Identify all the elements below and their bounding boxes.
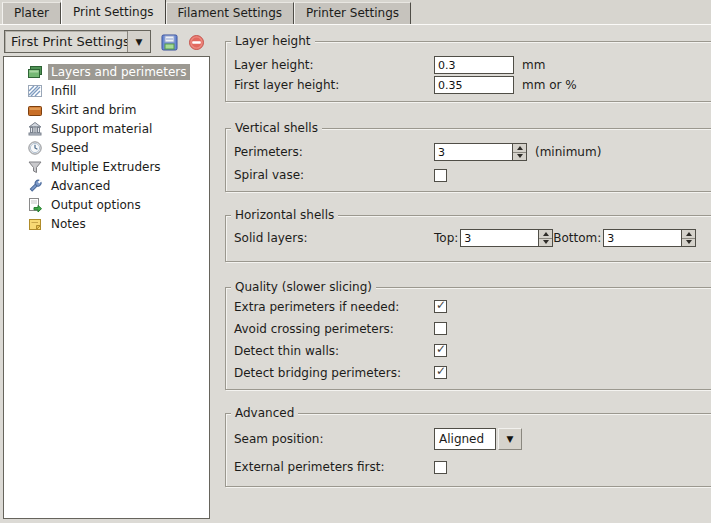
preset-dropdown-button[interactable]: ▼ [127,31,150,52]
infill-hatch-icon [27,83,43,99]
spin-up-button[interactable] [539,230,552,239]
external-perimeters-first-label: External perimeters first: [234,460,434,474]
slic3r-window: { "tabs": [ {"label": "Plater", "active"… [0,0,711,523]
seam-position-dropdown-button[interactable]: ▼ [498,428,522,450]
output-page-icon [27,197,43,213]
external-perimeters-first-checkbox[interactable] [434,461,447,474]
tab-plater[interactable]: Plater [2,2,61,24]
solid-layers-bottom-spinner [603,229,696,247]
solid-layers-top-spinner [460,229,553,247]
sidebar-item-label: Layers and perimeters [48,64,190,80]
speed-clock-icon [27,140,43,156]
spiral-vase-checkbox[interactable] [434,169,447,182]
layer-height-unit: mm [522,58,545,72]
save-preset-button[interactable] [159,32,179,52]
detect-bridging-perimeters-checkbox[interactable] [434,366,447,379]
spin-buttons [512,143,527,161]
group-quality: Quality (slower slicing) Extra perimeter… [225,287,711,390]
spin-buttons [681,229,696,247]
sidebar-item-label: Advanced [48,178,113,194]
solid-layers-label: Solid layers: [234,231,434,245]
sidebar-item-multiple-extruders[interactable]: Multiple Extruders [4,157,209,176]
funnel-icon [27,159,43,175]
preset-select[interactable]: First Print Settings ▼ [4,30,151,53]
skirt-box-icon [27,102,43,118]
solid-layers-bottom-input[interactable] [603,229,681,247]
wrench-icon [27,178,43,194]
sidebar-item-support-material[interactable]: Support material [4,119,209,138]
sidebar-item-speed[interactable]: Speed [4,138,209,157]
tab-print-settings[interactable]: Print Settings [61,0,166,24]
sidebar-item-notes[interactable]: Notes [4,214,209,233]
notes-icon [27,216,43,232]
sidebar-item-label: Output options [48,197,144,213]
sidebar-item-label: Infill [48,83,79,99]
first-layer-height-input[interactable] [434,76,514,94]
tab-strip: Plater Print Settings Filament Settings … [0,0,711,25]
layer-height-label: Layer height: [234,58,434,72]
detect-thin-walls-checkbox[interactable] [434,344,447,357]
sidebar-item-label: Support material [48,121,155,137]
spin-down-button[interactable] [682,239,695,247]
perimeters-spinner [434,143,527,161]
spin-buttons [538,229,553,247]
support-building-icon [27,121,43,137]
layers-icon [27,64,43,80]
spiral-vase-label: Spiral vase: [234,168,434,182]
tab-filament-settings[interactable]: Filament Settings [166,2,294,24]
sidebar-item-output-options[interactable]: Output options [4,195,209,214]
sidebar-item-label: Notes [48,216,89,232]
group-layer-height: Layer height Layer height: mm First laye… [225,41,711,102]
perimeters-label: Perimeters: [234,145,434,159]
solid-layers-top-input[interactable] [460,229,538,247]
group-advanced: Advanced Seam position: Aligned ▼ Extern… [225,413,711,487]
group-title: Quality (slower slicing) [231,280,376,294]
group-title: Advanced [231,406,298,420]
sidebar-item-advanced[interactable]: Advanced [4,176,209,195]
floppy-disk-save-icon [161,34,178,51]
perimeters-note: (minimum) [535,145,601,159]
settings-category-tree: Layers and perimeters Infill Skirt and b… [3,56,210,519]
spin-down-button[interactable] [539,239,552,247]
group-vertical-shells: Vertical shells Perimeters: (minimum) Sp… [225,128,711,192]
sidebar-item-infill[interactable]: Infill [4,81,209,100]
group-title: Vertical shells [231,121,322,135]
red-minus-delete-icon [188,34,205,51]
chevron-down-icon: ▼ [507,434,514,444]
group-title: Horizontal shells [231,208,338,222]
solid-layers-top-label: Top: [434,231,458,245]
perimeters-input[interactable] [434,143,512,161]
avoid-crossing-perimeters-label: Avoid crossing perimeters: [234,322,434,336]
detect-thin-walls-label: Detect thin walls: [234,344,434,358]
solid-layers-bottom-label: Bottom: [553,231,601,245]
first-layer-height-label: First layer height: [234,78,434,92]
sidebar-item-layers-and-perimeters[interactable]: Layers and perimeters [4,62,209,81]
chevron-down-icon: ▼ [136,37,143,47]
group-title: Layer height [231,34,315,48]
first-layer-height-unit: mm or % [522,78,577,92]
sidebar-item-label: Multiple Extruders [48,159,164,175]
avoid-crossing-perimeters-checkbox[interactable] [434,322,447,335]
preset-select-value: First Print Settings [5,31,127,52]
layer-height-input[interactable] [434,56,514,74]
group-horizontal-shells: Horizontal shells Solid layers: Top: Bot… [225,215,711,262]
sidebar-item-label: Skirt and brim [48,102,139,118]
sidebar-item-skirt-and-brim[interactable]: Skirt and brim [4,100,209,119]
delete-preset-button[interactable] [186,32,206,52]
sidebar-item-label: Speed [48,140,92,156]
spin-up-button[interactable] [513,144,526,153]
seam-position-value: Aligned [434,428,496,450]
seam-position-select[interactable]: Aligned ▼ [434,428,522,450]
spin-down-button[interactable] [513,153,526,161]
seam-position-label: Seam position: [234,432,434,446]
tab-printer-settings[interactable]: Printer Settings [294,2,411,24]
extra-perimeters-label: Extra perimeters if needed: [234,300,434,314]
spin-up-button[interactable] [682,230,695,239]
detect-bridging-perimeters-label: Detect bridging perimeters: [234,366,434,380]
extra-perimeters-checkbox[interactable] [434,300,447,313]
